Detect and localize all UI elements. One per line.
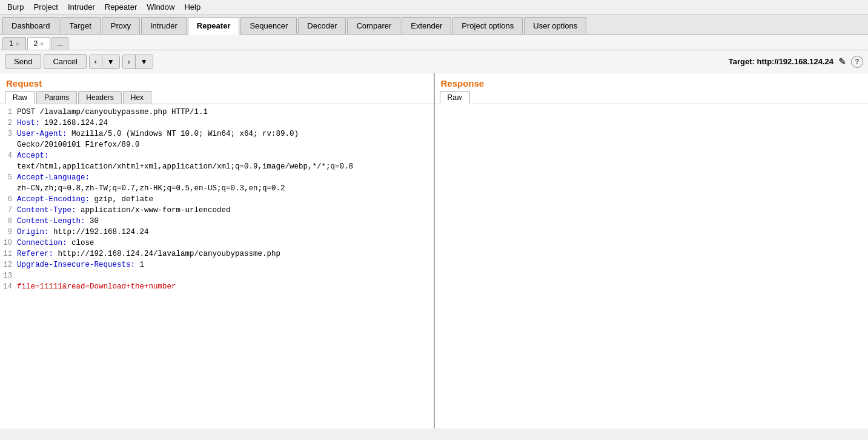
code-line-6: text/html,application/xhtml+xml,applicat… xyxy=(0,161,434,172)
code-line-14: 11Referer: http://192.168.124.24/lavalam… xyxy=(0,248,434,259)
code-line-4: Gecko/20100101 Firefox/89.0 xyxy=(0,139,434,150)
line-content: Host: 192.168.124.24 xyxy=(17,118,434,128)
line-number: 14 xyxy=(0,281,17,292)
close-tab-2-icon[interactable]: × xyxy=(40,41,44,47)
code-line-15: 12Upgrade-Insecure-Requests: 1 xyxy=(0,259,434,270)
request-title: Request xyxy=(0,73,434,91)
content-area: Request RawParamsHeadersHex 1POST /laval… xyxy=(0,73,868,428)
toolbar: Send Cancel ‹ ▼ › ▼ Target: http://192.1… xyxy=(0,50,868,73)
line-content: text/html,application/xhtml+xml,applicat… xyxy=(17,161,434,172)
line-content: Accept: xyxy=(17,150,434,161)
code-line-13: 10Connection: close xyxy=(0,238,434,248)
line-content: Upgrade-Insecure-Requests: 1 xyxy=(17,259,434,270)
line-content xyxy=(17,270,434,281)
menu-burp[interactable]: Burp xyxy=(2,1,28,13)
code-line-11: 8Content-Length: 30 xyxy=(0,216,434,227)
repeater-tab-more[interactable]: ... xyxy=(51,37,68,50)
close-tab-1-icon[interactable]: × xyxy=(16,41,19,47)
line-content: file=11111&read=Download+the+number xyxy=(17,281,434,292)
line-number xyxy=(0,161,17,172)
main-tab-comparer[interactable]: Comparer xyxy=(347,17,400,34)
main-tab-decoder[interactable]: Decoder xyxy=(298,17,346,34)
line-number: 11 xyxy=(0,248,17,259)
request-sub-tabs: RawParamsHeadersHex xyxy=(0,91,434,104)
menu-project[interactable]: Project xyxy=(28,1,62,13)
line-content: Gecko/20100101 Firefox/89.0 xyxy=(17,139,434,150)
nav-back-button[interactable]: ‹ xyxy=(90,55,102,68)
repeater-tabs: 1×2×... xyxy=(0,35,868,50)
menu-bar: Burp Project Intruder Repeater Window He… xyxy=(0,0,868,15)
main-tab-intruder[interactable]: Intruder xyxy=(141,17,187,34)
repeater-tab-1[interactable]: 1× xyxy=(2,37,26,50)
repeater-tab-2[interactable]: 2× xyxy=(27,37,51,50)
nav-back-group: ‹ ▼ xyxy=(89,55,120,69)
menu-repeater[interactable]: Repeater xyxy=(100,1,142,13)
request-panel: Request RawParamsHeadersHex 1POST /laval… xyxy=(0,73,435,428)
request-sub-tab-params[interactable]: Params xyxy=(36,91,77,104)
main-tab-repeater[interactable]: Repeater xyxy=(188,17,240,35)
nav-forward-button[interactable]: › xyxy=(123,55,136,68)
line-content: Content-Type: application/x-www-form-url… xyxy=(17,205,434,216)
request-sub-tab-raw[interactable]: Raw xyxy=(5,91,35,104)
line-number xyxy=(0,183,17,194)
main-tab-project-options[interactable]: Project options xyxy=(452,17,523,34)
nav-back-dropdown[interactable]: ▼ xyxy=(102,55,119,68)
line-content: POST /lavalamp/canyoubypassme.php HTTP/1… xyxy=(17,107,434,118)
code-line-8: zh-CN,zh;q=0.8,zh-TW;q=0.7,zh-HK;q=0.5,e… xyxy=(0,183,434,194)
help-icon[interactable]: ? xyxy=(851,56,863,68)
line-number: 8 xyxy=(0,216,17,227)
line-number: 5 xyxy=(0,172,17,183)
send-button[interactable]: Send xyxy=(5,54,41,69)
response-sub-tab-raw[interactable]: Raw xyxy=(440,91,470,104)
line-number: 13 xyxy=(0,270,17,281)
line-content: Accept-Encoding: gzip, deflate xyxy=(17,194,434,205)
line-number: 6 xyxy=(0,194,17,205)
line-content: Origin: http://192.168.124.24 xyxy=(17,227,434,238)
line-number: 4 xyxy=(0,150,17,161)
response-title: Response xyxy=(435,73,869,91)
request-sub-tab-hex[interactable]: Hex xyxy=(123,91,151,104)
code-line-9: 6Accept-Encoding: gzip, deflate xyxy=(0,194,434,205)
main-tab-user-options[interactable]: User options xyxy=(524,17,586,34)
response-sub-tabs: Raw xyxy=(435,91,869,104)
nav-forward-dropdown[interactable]: ▼ xyxy=(136,55,153,68)
code-line-17: 14file=11111&read=Download+the+number xyxy=(0,281,434,292)
code-line-7: 5Accept-Language: xyxy=(0,172,434,183)
main-tab-sequencer[interactable]: Sequencer xyxy=(240,17,297,34)
main-tabs: DashboardTargetProxyIntruderRepeaterSequ… xyxy=(0,15,868,35)
main-tab-target[interactable]: Target xyxy=(61,17,101,34)
line-number: 10 xyxy=(0,238,17,248)
line-number: 1 xyxy=(0,107,17,118)
main-tab-extender[interactable]: Extender xyxy=(402,17,451,34)
main-tab-proxy[interactable]: Proxy xyxy=(102,17,140,34)
line-number: 3 xyxy=(0,128,17,139)
cancel-button[interactable]: Cancel xyxy=(44,54,86,69)
line-number: 12 xyxy=(0,259,17,270)
line-number: 2 xyxy=(0,118,17,128)
main-tab-dashboard[interactable]: Dashboard xyxy=(2,17,59,34)
line-content: User-Agent: Mozilla/5.0 (Windows NT 10.0… xyxy=(17,128,434,139)
code-line-2: 2Host: 192.168.124.24 xyxy=(0,118,434,128)
line-number xyxy=(0,139,17,150)
code-line-10: 7Content-Type: application/x-www-form-ur… xyxy=(0,205,434,216)
line-content: Content-Length: 30 xyxy=(17,216,434,227)
nav-forward-group: › ▼ xyxy=(122,55,153,69)
response-code-area[interactable] xyxy=(435,104,869,428)
line-content: Connection: close xyxy=(17,238,434,248)
line-content: Accept-Language: xyxy=(17,172,434,183)
menu-window[interactable]: Window xyxy=(142,1,179,13)
line-content: Referer: http://192.168.124.24/lavalamp/… xyxy=(17,248,434,259)
request-sub-tab-headers[interactable]: Headers xyxy=(78,91,121,104)
menu-help[interactable]: Help xyxy=(179,1,205,13)
code-line-12: 9Origin: http://192.168.124.24 xyxy=(0,227,434,238)
code-line-3: 3User-Agent: Mozilla/5.0 (Windows NT 10.… xyxy=(0,128,434,139)
line-content: zh-CN,zh;q=0.8,zh-TW;q=0.7,zh-HK;q=0.5,e… xyxy=(17,183,434,194)
code-line-1: 1POST /lavalamp/canyoubypassme.php HTTP/… xyxy=(0,107,434,118)
code-line-5: 4Accept: xyxy=(0,150,434,161)
edit-target-icon[interactable]: ✎ xyxy=(838,56,846,67)
line-number: 9 xyxy=(0,227,17,238)
menu-intruder[interactable]: Intruder xyxy=(63,1,100,13)
request-code-area[interactable]: 1POST /lavalamp/canyoubypassme.php HTTP/… xyxy=(0,104,434,428)
code-line-16: 13 xyxy=(0,270,434,281)
target-label: Target: http://192.168.124.24 xyxy=(729,57,833,66)
